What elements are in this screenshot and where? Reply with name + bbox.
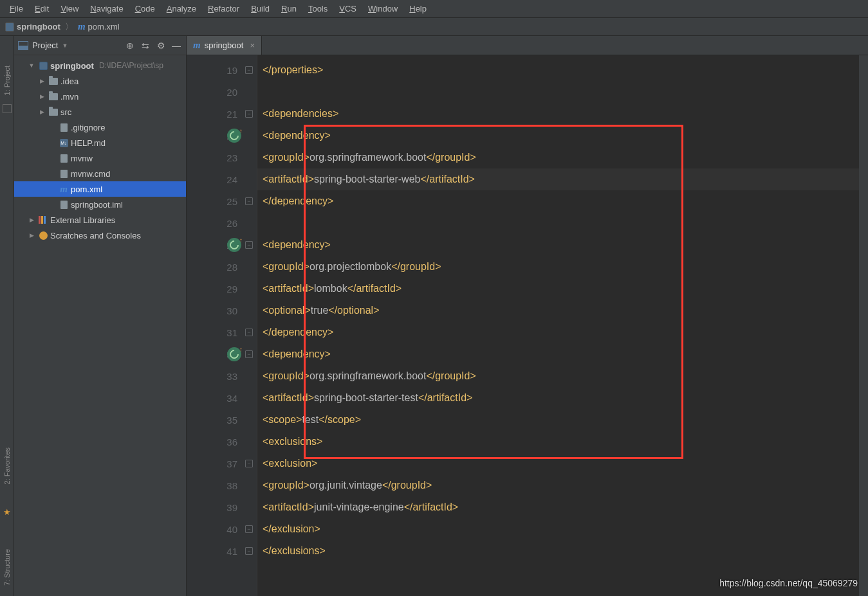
tree-item-mvnw[interactable]: mvnw — [14, 150, 186, 166]
code-line[interactable]: <artifactId>spring-boot-starter-test</ar… — [257, 387, 868, 409]
fold-icon[interactable]: − — [245, 110, 253, 118]
menu-vcs[interactable]: VCS — [333, 1, 362, 16]
expand-icon[interactable]: ▶ — [37, 78, 46, 84]
code-line[interactable]: <dependencies> — [257, 103, 868, 125]
code-line[interactable]: </dependency> — [257, 321, 868, 343]
code-line[interactable]: <groupId>org.junit.vintage</groupId> — [257, 474, 868, 496]
gutter-line[interactable]: 36 — [187, 431, 257, 453]
gutter-line[interactable]: 22↑ — [187, 125, 257, 147]
fold-icon[interactable]: − — [245, 197, 253, 205]
menu-run[interactable]: Run — [275, 1, 302, 16]
code-line[interactable]: <artifactId>spring-boot-starter-web</art… — [257, 168, 868, 190]
gutter-line[interactable]: 41− — [187, 540, 257, 562]
code-line[interactable]: </properties> — [257, 59, 868, 81]
gutter-line[interactable]: 29 — [187, 278, 257, 300]
fold-icon[interactable]: − — [245, 241, 253, 249]
tree-scratches[interactable]: ▶ Scratches and Consoles — [14, 228, 186, 243]
gutter-line[interactable]: 20 — [187, 81, 257, 103]
tree-item-src[interactable]: ▶src — [14, 104, 186, 120]
code-line[interactable] — [257, 81, 868, 103]
code-line[interactable]: </exclusion> — [257, 518, 868, 540]
gutter-line[interactable]: 24 — [187, 168, 257, 190]
gutter-line[interactable]: 21− — [187, 103, 257, 125]
toolwindow-structure-tab[interactable]: 7: Structure — [3, 545, 11, 590]
tree-item-springboot-iml[interactable]: springboot.iml — [14, 197, 186, 212]
expand-icon[interactable]: ▼ — [27, 62, 36, 69]
gutter-line[interactable]: 37− — [187, 453, 257, 474]
code-line[interactable]: <groupId>org.springframework.boot</group… — [257, 147, 868, 168]
gutter-line[interactable]: 27−↑ — [187, 234, 257, 256]
menu-edit[interactable]: Edit — [29, 1, 55, 16]
menu-window[interactable]: Window — [362, 1, 403, 16]
expand-icon[interactable]: ▶ — [27, 232, 36, 239]
gutter-line[interactable]: 40− — [187, 518, 257, 540]
spring-gutter-icon[interactable]: ↑ — [227, 347, 241, 361]
code-line[interactable]: <exclusion> — [257, 453, 868, 474]
gutter-line[interactable]: 32−↑ — [187, 343, 257, 365]
fold-icon[interactable]: − — [245, 350, 253, 358]
menu-tools[interactable]: Tools — [302, 1, 333, 16]
code-line[interactable]: <dependency> — [257, 343, 868, 365]
toolwindow-square-icon[interactable] — [3, 104, 12, 113]
code-line[interactable]: <optional>true</optional> — [257, 300, 868, 321]
code-line[interactable] — [257, 212, 868, 234]
gutter-line[interactable]: 39 — [187, 496, 257, 518]
gutter-line[interactable]: 26 — [187, 212, 257, 234]
menu-analyze[interactable]: Analyze — [161, 1, 202, 16]
hide-icon[interactable]: — — [171, 40, 182, 51]
expand-icon[interactable]: ▶ — [37, 109, 46, 115]
editor-tab[interactable]: m springboot × — [187, 36, 262, 55]
tree-root[interactable]: ▼ springboot D:\IDEA\Project\sp — [14, 58, 186, 73]
menu-refactor[interactable]: Refactor — [202, 1, 245, 16]
code-editor[interactable]: 19−2021−22↑232425−2627−↑28293031−32−↑333… — [187, 55, 868, 596]
gutter-line[interactable]: 23 — [187, 147, 257, 168]
tree-item-HELP-md[interactable]: M↓HELP.md — [14, 135, 186, 150]
tree-item--idea[interactable]: ▶.idea — [14, 73, 186, 89]
code-line[interactable]: <dependency> — [257, 234, 868, 256]
menu-build[interactable]: Build — [245, 1, 275, 16]
gutter-line[interactable]: 28 — [187, 256, 257, 278]
locate-icon[interactable]: ⊕ — [124, 40, 136, 51]
breadcrumb-file[interactable]: m pom.xml — [78, 21, 120, 32]
code-line[interactable]: <dependency> — [257, 125, 868, 147]
tree-item--mvn[interactable]: ▶.mvn — [14, 89, 186, 104]
fold-icon[interactable]: − — [245, 460, 253, 467]
breadcrumb-project[interactable]: springboot — [5, 22, 60, 32]
scrollbar[interactable] — [859, 55, 868, 596]
project-view-icon[interactable] — [18, 41, 28, 50]
gutter-line[interactable]: 30 — [187, 300, 257, 321]
code-line[interactable]: <artifactId>lombok</artifactId> — [257, 278, 868, 300]
expand-icon[interactable]: ▶ — [37, 93, 46, 100]
code-line[interactable]: <groupId>org.springframework.boot</group… — [257, 365, 868, 387]
gutter-line[interactable]: 38 — [187, 474, 257, 496]
tree-item-mvnw-cmd[interactable]: mvnw.cmd — [14, 166, 186, 181]
toolwindow-project-tab[interactable]: 1: Project — [3, 62, 11, 99]
gutter-line[interactable]: 35 — [187, 409, 257, 431]
fold-icon[interactable]: − — [245, 66, 253, 74]
gutter-line[interactable]: 33 — [187, 365, 257, 387]
fold-icon[interactable]: − — [245, 525, 253, 533]
code-content[interactable]: </properties> <dependencies> <dependency… — [257, 55, 868, 596]
gear-icon[interactable]: ⚙ — [155, 40, 167, 51]
expand-icon[interactable]: ▶ — [27, 217, 36, 223]
project-panel-title[interactable]: Project ▼ — [32, 41, 120, 50]
code-line[interactable]: <groupId>org.projectlombok</groupId> — [257, 256, 868, 278]
project-tree[interactable]: ▼ springboot D:\IDEA\Project\sp ▶.idea▶.… — [14, 55, 186, 596]
gutter-line[interactable]: 19− — [187, 59, 257, 81]
fold-icon[interactable]: − — [245, 329, 253, 336]
menu-view[interactable]: View — [55, 1, 84, 16]
menu-code[interactable]: Code — [129, 1, 161, 16]
spring-gutter-icon[interactable]: ↑ — [227, 238, 241, 252]
gutter-line[interactable]: 25− — [187, 190, 257, 212]
gutter-line[interactable]: 34 — [187, 387, 257, 409]
code-line[interactable]: </exclusions> — [257, 540, 868, 562]
fold-icon[interactable]: − — [245, 547, 253, 555]
code-line[interactable]: <scope>test</scope> — [257, 409, 868, 431]
menu-help[interactable]: Help — [403, 1, 432, 16]
toolwindow-favorites-tab[interactable]: 2: Favorites — [3, 444, 11, 488]
tree-item-pom-xml[interactable]: mpom.xml — [14, 181, 186, 197]
close-icon[interactable]: × — [250, 41, 255, 50]
code-line[interactable]: <exclusions> — [257, 431, 868, 453]
spring-gutter-icon[interactable]: ↑ — [227, 129, 241, 143]
tree-external-libraries[interactable]: ▶ External Libraries — [14, 212, 186, 228]
